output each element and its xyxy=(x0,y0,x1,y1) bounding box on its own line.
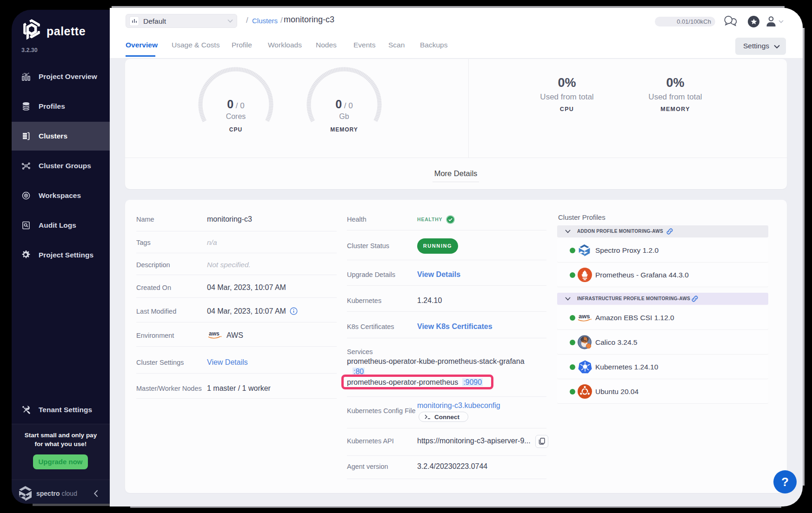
svg-text:aws: aws xyxy=(579,313,590,320)
svg-text:aws: aws xyxy=(209,330,220,337)
